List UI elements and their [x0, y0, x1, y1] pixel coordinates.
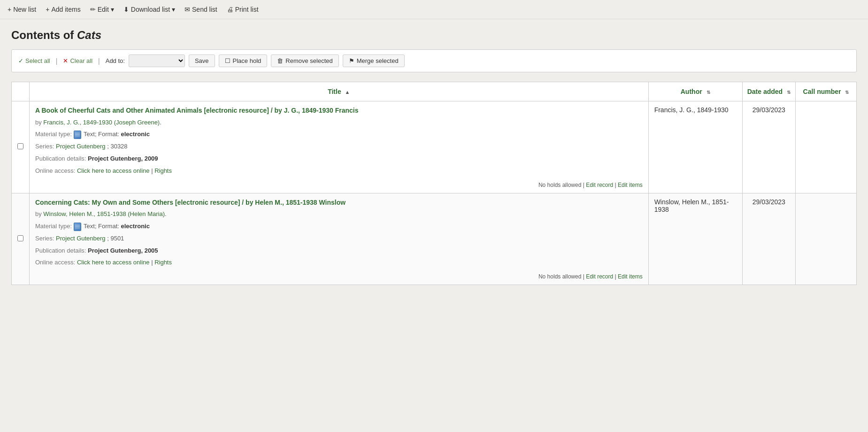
table-row: Concerning Cats: My Own and Some Others … [12, 193, 857, 285]
list-table: Title ▲ Author ⇅ Date added ⇅ Call numbe… [11, 82, 857, 285]
format-separator: ; Format: [95, 131, 121, 138]
header-checkbox [12, 82, 30, 101]
pipe-sep: | [150, 259, 155, 266]
series-link[interactable]: Project Gutenberg [56, 235, 106, 242]
printer-icon: 🖨 [227, 6, 233, 13]
pub-details: Project Gutenberg, 2009 [88, 155, 158, 162]
plus-icon-2: + [46, 6, 49, 13]
rights-link[interactable]: Rights [154, 167, 172, 174]
remove-selected-button[interactable]: 🗑 Remove selected [271, 54, 338, 67]
callnum-sort-icon: ⇅ [845, 90, 849, 95]
download-icon: ⬇ [123, 6, 129, 13]
no-holds-text: No holds allowed [538, 182, 581, 188]
author-period: . [165, 210, 167, 217]
save-button[interactable]: Save [189, 54, 215, 67]
place-hold-button[interactable]: ☐ Place hold [219, 54, 268, 67]
row-title-cell: Concerning Cats: My Own and Some Others … [30, 193, 649, 285]
item-material-type: Material type: Text; Format: electronic [35, 222, 643, 231]
print-list-button[interactable]: 🖨 Print list [227, 6, 259, 13]
header-title[interactable]: Title ▲ [30, 82, 649, 101]
select-all-link[interactable]: ✓ Select all [18, 57, 50, 64]
row-author-cell: Francis, J. G., 1849-1930 [648, 101, 742, 193]
edit-items-link[interactable]: Edit items [618, 273, 643, 280]
item-author-link[interactable]: Winslow, Helen M., 1851-1938 (Helen Mari… [43, 210, 165, 217]
material-type-text: Text [82, 223, 95, 230]
x-icon: ✕ [63, 57, 68, 64]
item-series: Series: Project Gutenberg ; 9501 [35, 234, 643, 244]
material-icon [74, 131, 81, 139]
item-title-link[interactable]: Concerning Cats: My Own and Some Others … [35, 199, 346, 206]
item-author-link[interactable]: Francis, J. G., 1849-1930 (Joseph Greene… [43, 119, 160, 126]
edit-button[interactable]: ✏ Edit ▾ [90, 6, 114, 13]
top-toolbar: + New list + Add items ✏ Edit ▾ ⬇ Downlo… [0, 0, 868, 19]
by-label: by [35, 210, 43, 217]
row-callnum-cell [796, 193, 857, 285]
row-author-cell: Winslow, Helen M., 1851-1938 [648, 193, 742, 285]
series-number: ; 30328 [106, 143, 128, 150]
download-list-button[interactable]: ⬇ Download list ▾ [123, 6, 175, 13]
header-call-number[interactable]: Call number ⇅ [796, 82, 857, 101]
online-access-link[interactable]: Click here to access online [77, 167, 150, 174]
separator-2: | [98, 57, 100, 65]
online-access-link[interactable]: Click here to access online [77, 259, 150, 266]
material-type-label: Material type: [35, 131, 74, 138]
page-content: Contents of Cats ✓ Select all | ✕ Clear … [0, 19, 868, 294]
edit-items-link[interactable]: Edit items [618, 182, 643, 188]
page-title: Contents of Cats [11, 29, 857, 42]
item-title-link[interactable]: A Book of Cheerful Cats and Other Animat… [35, 107, 359, 114]
item-actions: No holds allowed | Edit record | Edit it… [35, 271, 643, 280]
add-to-label: Add to: [106, 57, 125, 64]
plus-icon: + [8, 6, 11, 13]
material-type-text: Text [82, 131, 95, 138]
item-online: Online access: Click here to access onli… [35, 258, 643, 268]
series-link[interactable]: Project Gutenberg [56, 143, 106, 150]
item-meta: by Winslow, Helen M., 1851-1938 (Helen M… [35, 209, 643, 219]
merge-icon: ⚑ [349, 57, 354, 64]
no-holds-text: No holds allowed [538, 273, 581, 280]
send-list-button[interactable]: ✉ Send list [184, 6, 217, 13]
format-value: electronic [121, 131, 150, 138]
item-pub: Publication details: Project Gutenberg, … [35, 154, 643, 164]
table-header-row: Title ▲ Author ⇅ Date added ⇅ Call numbe… [12, 82, 857, 101]
row-checkbox[interactable] [17, 235, 23, 241]
series-label: Series: [35, 235, 56, 242]
row-date-cell: 29/03/2023 [742, 101, 795, 193]
envelope-icon: ✉ [184, 6, 190, 13]
edit-record-link[interactable]: Edit record [586, 273, 613, 280]
new-list-button[interactable]: + New list [8, 6, 36, 13]
pipe-sep: | [150, 167, 155, 174]
row-callnum-cell [796, 101, 857, 193]
dropdown-arrow-icon: ▾ [111, 6, 114, 13]
item-material-type: Material type: Text; Format: electronic [35, 130, 643, 139]
rights-link[interactable]: Rights [154, 259, 172, 266]
add-items-button[interactable]: + Add items [46, 6, 80, 13]
row-checkbox[interactable] [17, 143, 23, 149]
row-date-cell: 29/03/2023 [742, 193, 795, 285]
row-checkbox-cell [12, 101, 30, 193]
edit-record-link[interactable]: Edit record [586, 182, 613, 188]
pencil-icon: ✏ [90, 6, 96, 13]
online-label: Online access: [35, 167, 77, 174]
header-date-added[interactable]: Date added ⇅ [742, 82, 795, 101]
pub-label: Publication details: [35, 247, 88, 254]
series-number: ; 9501 [106, 235, 124, 242]
material-type-label: Material type: [35, 223, 74, 230]
place-hold-icon: ☐ [225, 57, 230, 64]
add-to-select[interactable] [129, 54, 185, 67]
sort-up-icon: ▲ [345, 89, 350, 95]
author-sort-icon: ⇅ [707, 90, 710, 95]
checkmark-icon: ✓ [18, 57, 23, 64]
pub-label: Publication details: [35, 155, 88, 162]
item-pub: Publication details: Project Gutenberg, … [35, 246, 643, 256]
author-col-text: Francis, J. G., 1849-1930 [654, 106, 729, 114]
date-added-text: 29/03/2023 [753, 106, 785, 114]
item-meta: by Francis, J. G., 1849-1930 (Joseph Gre… [35, 118, 643, 128]
clear-all-link[interactable]: ✕ Clear all [63, 57, 92, 64]
date-sort-icon: ⇅ [787, 90, 791, 95]
row-checkbox-cell [12, 193, 30, 285]
merge-selected-button[interactable]: ⚑ Merge selected [343, 54, 405, 67]
item-series: Series: Project Gutenberg ; 30328 [35, 142, 643, 152]
header-author[interactable]: Author ⇅ [648, 82, 742, 101]
by-label: by [35, 119, 43, 126]
material-icon [74, 223, 81, 231]
